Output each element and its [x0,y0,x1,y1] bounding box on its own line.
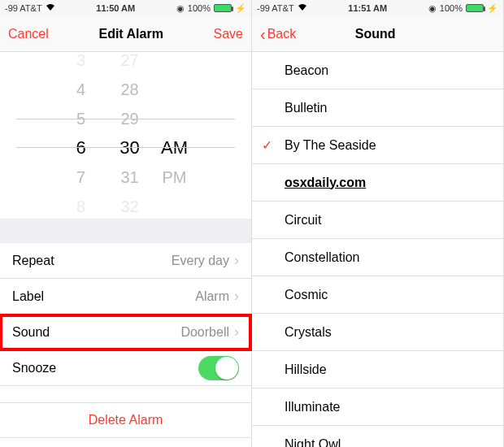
nav-bar: ‹ Back Sound [252,16,503,52]
edit-alarm-screen: -99 AT&T 11:50 AM ◉ 100% ⚡ Cancel Edit A… [0,0,252,447]
save-button[interactable]: Save [214,27,243,41]
nav-title: Sound [355,27,396,41]
sound-option[interactable]: Bulletin [252,89,503,127]
sound-option-label: Circuit [285,213,321,228]
repeat-label: Repeat [12,254,54,268]
sound-select-screen: -99 AT&T 11:51 AM ◉ 100% ⚡ ‹ Back Sound … [252,0,504,447]
cancel-button[interactable]: Cancel [8,27,49,41]
status-bar: -99 AT&T 11:51 AM ◉ 100% ⚡ [252,0,503,16]
sound-option[interactable]: Night Owl [252,426,503,447]
sound-option[interactable]: osxdaily.com [252,164,503,202]
snooze-label: Snooze [12,361,56,375]
wifi-icon [46,3,55,13]
carrier-text: -99 AT&T [257,3,294,13]
nav-title: Edit Alarm [98,27,163,41]
status-time: 11:51 AM [348,3,387,13]
back-label: Back [267,27,297,41]
sound-option[interactable]: Crystals [252,314,503,351]
sound-option-label: Cosmic [285,288,328,302]
settings-group: Repeat Every day› Label Alarm› Sound Doo… [0,243,251,386]
repeat-value: Every day [172,254,229,268]
checkmark-icon: ✓ [262,137,272,153]
battery-icon [214,4,232,12]
sound-value: Doorbell [180,325,229,340]
sound-option[interactable]: Cosmic [252,276,503,314]
sound-option[interactable]: Constellation [252,239,503,276]
sound-option-label: Hillside [285,362,327,377]
battery-percent: 100% [440,3,463,13]
battery-percent: 100% [188,3,211,13]
chevron-left-icon: ‹ [260,26,266,42]
sound-option-label: By The Seaside [285,138,376,153]
chevron-icon: › [234,323,239,341]
battery-icon [466,4,484,12]
sound-list[interactable]: BeaconBulletin✓By The Seasideosxdaily.co… [252,52,503,447]
sound-option[interactable]: Circuit [252,202,503,239]
time-picker[interactable]: 3 4 5 6 7 8 27 28 29 30 31 32 AM PM [0,52,251,219]
sound-row[interactable]: Sound Doorbell› [0,315,251,350]
sound-option-label: Night Owl [285,437,341,448]
sound-option-label: osxdaily.com [285,176,366,190]
sound-option-label: Crystals [285,325,332,340]
back-button[interactable]: ‹ Back [260,26,296,42]
alarm-icon: ◉ [428,3,437,14]
sound-option-label: Illuminate [285,400,340,414]
carrier-text: -99 AT&T [5,3,42,13]
status-time: 11:50 AM [96,3,135,13]
charging-icon: ⚡ [235,3,246,14]
sound-option[interactable]: Hillside [252,351,503,388]
section-gap [0,219,251,243]
label-row[interactable]: Label Alarm› [0,279,251,315]
sound-option[interactable]: Illuminate [252,388,503,426]
repeat-row[interactable]: Repeat Every day› [0,243,251,279]
delete-alarm-button[interactable]: Delete Alarm [0,402,251,438]
alarm-icon: ◉ [176,3,185,14]
sound-option-label: Beacon [285,63,328,78]
chevron-icon: › [234,252,239,269]
hour-column[interactable]: 3 4 5 6 7 8 [57,46,106,221]
ampm-column[interactable]: AM PM [154,46,195,221]
sound-option[interactable]: ✓By The Seaside [252,127,503,164]
charging-icon: ⚡ [487,3,498,14]
snooze-row: Snooze [0,350,251,386]
sound-option-label: Bulletin [285,101,327,115]
minute-column[interactable]: 27 28 29 30 31 32 [106,46,154,221]
snooze-toggle[interactable] [198,356,239,380]
sound-label: Sound [12,325,50,340]
status-bar: -99 AT&T 11:50 AM ◉ 100% ⚡ [0,0,251,16]
sound-option[interactable]: Beacon [252,52,503,89]
label-value: Alarm [195,289,229,304]
wifi-icon [298,3,307,13]
label-label: Label [12,289,44,304]
sound-option-label: Constellation [285,250,360,265]
chevron-icon: › [234,288,239,305]
